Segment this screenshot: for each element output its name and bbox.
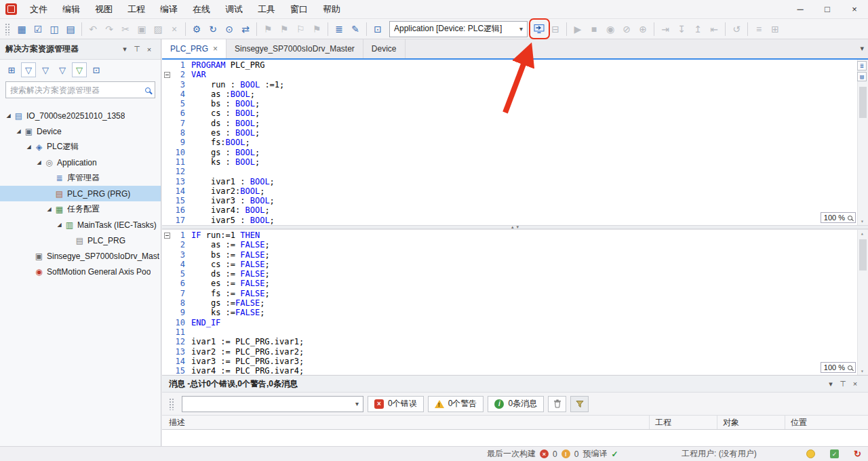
fold-marker-icon[interactable] <box>164 72 170 78</box>
find-icon[interactable]: ⊙ <box>222 21 237 37</box>
close-icon[interactable]: × <box>213 44 218 54</box>
column-project[interactable]: 工程 <box>650 416 717 429</box>
declaration-editor[interactable]: 1PROGRAM PLC_PRG2VAR3 run : BOOL :=1;4 a… <box>162 58 868 225</box>
filter-messages-button[interactable] <box>570 396 589 412</box>
zoom-indicator[interactable]: 100 % <box>821 362 856 373</box>
filter-objects-icon[interactable]: ▽ <box>38 62 53 77</box>
declaration-scrollbar[interactable] <box>857 60 868 225</box>
errors-filter-button[interactable]: × 0个错误 <box>368 396 424 412</box>
menu-item[interactable]: 工具 <box>250 0 283 18</box>
package-view-icon[interactable]: ⊡ <box>89 62 104 77</box>
messages-filter-button[interactable]: i 0条消息 <box>488 396 544 412</box>
filter-icon[interactable]: ▽ <box>21 62 36 77</box>
menu-item[interactable]: 工程 <box>120 0 153 18</box>
zoom-indicator[interactable]: 100 % <box>821 212 856 223</box>
tree-item-library-manager[interactable]: ≣库管理器 <box>0 170 161 186</box>
device-checklist-icon[interactable]: ☑ <box>31 21 46 37</box>
expand-arrow-icon[interactable]: ◢ <box>55 222 64 228</box>
edit-pen-icon[interactable]: ✎ <box>348 21 363 37</box>
pin-icon[interactable]: ⊤ <box>837 378 849 390</box>
device-application-dropdown[interactable]: Application [Device: PLC逻辑]▾ <box>389 21 528 37</box>
build-icon[interactable]: ⚙ <box>189 21 205 37</box>
monitor-icon[interactable]: ⊡ <box>370 21 386 37</box>
messages-grip-icon[interactable] <box>169 398 175 410</box>
notification-icon[interactable] <box>806 449 815 458</box>
tree-item-plc-prg[interactable]: ▤PLC_PRG (PRG) <box>0 186 161 201</box>
main-toolbar: ▦☑◫▤↶↷✂▣▨×⚙↻⊙⇄⚑⚑⚐⚑≣✎⊡Application [Device… <box>0 19 868 39</box>
column-object[interactable]: 对象 <box>717 416 785 429</box>
tree-item-application[interactable]: ◢◎Application <box>0 155 161 170</box>
rebuild-icon[interactable]: ↻ <box>205 21 221 37</box>
tree-item-softmotion-pool[interactable]: ◉SoftMotion General Axis Poo <box>0 264 161 279</box>
menu-item[interactable]: 编辑 <box>55 0 87 18</box>
tree-item-maintask[interactable]: ◢▥MainTask (IEC-Tasks) <box>0 217 161 233</box>
add-folder-icon[interactable]: ⊞ <box>4 62 19 77</box>
tree-item-label: PLC逻辑 <box>45 141 79 153</box>
close-icon[interactable]: × <box>143 43 155 56</box>
search-input[interactable] <box>10 85 145 95</box>
expand-arrow-icon[interactable]: ◢ <box>14 128 23 134</box>
pin-icon[interactable]: ⊤ <box>131 43 143 56</box>
menu-item[interactable]: 编译 <box>153 0 185 18</box>
expand-arrow-icon[interactable]: ◢ <box>35 159 43 165</box>
search-icon[interactable] <box>145 87 151 93</box>
filter-modified-icon[interactable]: ▽ <box>55 62 70 77</box>
save-icon[interactable]: ◫ <box>47 21 62 37</box>
chevron-down-icon[interactable]: ▾ <box>119 43 131 56</box>
print-icon[interactable]: ▤ <box>63 21 79 37</box>
implementation-scrollbar[interactable] <box>857 230 868 375</box>
expand-arrow-icon[interactable]: ◢ <box>4 113 13 119</box>
clear-messages-button[interactable] <box>548 396 566 412</box>
login-icon[interactable] <box>532 21 547 37</box>
chevron-down-icon[interactable]: ▾ <box>825 378 837 390</box>
menu-item[interactable]: 窗口 <box>283 0 315 18</box>
declaration-view-button[interactable]: ≣ <box>857 61 867 71</box>
line-number: 3 <box>172 80 191 89</box>
replace-icon[interactable]: ⇄ <box>238 21 254 37</box>
editor-tabbar-tabs: PLC_PRG×Sinsegye_SP7000sIoDrv_MasterDevi… <box>162 39 406 58</box>
toolbar-separator <box>747 22 748 36</box>
declaration-side-buttons: ≣ ▤ <box>857 61 867 81</box>
close-icon[interactable]: × <box>849 378 861 390</box>
documentation-view-button[interactable]: ▤ <box>857 72 867 81</box>
filter-online-icon[interactable]: ▽ <box>72 62 87 77</box>
tree-item-plc-prg-instance[interactable]: ▤PLC_PRG <box>0 233 161 248</box>
copy-icon: ▣ <box>134 21 150 37</box>
code-line: 16 ivar4: BOOL; <box>162 205 857 215</box>
menu-item[interactable]: 视图 <box>87 0 120 18</box>
column-position[interactable]: 位置 <box>785 416 868 429</box>
column-description[interactable]: 描述 <box>162 416 650 429</box>
toolbar-grip-icon[interactable] <box>5 23 11 35</box>
toolbar-separator <box>185 22 186 36</box>
line-number: 8 <box>172 128 191 138</box>
sync-status-icon[interactable]: ↻ <box>854 449 861 459</box>
fold-marker-icon[interactable] <box>164 233 170 239</box>
code-line: 10 gs : BOOL; <box>162 148 857 157</box>
tree-item-project-root[interactable]: ◢▤IO_7000se20251010_1358 <box>0 108 161 123</box>
expand-arrow-icon[interactable]: ◢ <box>24 144 33 150</box>
tab-PLC_PRG[interactable]: PLC_PRG× <box>162 39 226 58</box>
menu-item[interactable]: 在线 <box>185 0 218 18</box>
message-category-dropdown[interactable]: ▾ <box>182 396 363 412</box>
tab-Sinsegye_SP7000sIoDrv_Master[interactable]: Sinsegye_SP7000sIoDrv_Master <box>226 39 363 58</box>
menu-item[interactable]: 文件 <box>22 0 55 18</box>
tree-item-sinsegye-master[interactable]: ▣Sinsegye_SP7000sIoDrv_Mast <box>0 248 161 264</box>
code-line: 9 ks :=FALSE; <box>162 308 857 317</box>
tree-item-task-config[interactable]: ◢▦任务配置 <box>0 201 161 217</box>
warnings-filter-button[interactable]: 0个警告 <box>428 396 484 412</box>
declarations-view-icon[interactable]: ≣ <box>332 21 347 37</box>
menu-item[interactable]: 调试 <box>218 0 250 18</box>
maximize-button[interactable]: □ <box>814 0 841 18</box>
tree-item-plc-logic[interactable]: ◢◈PLC逻辑 <box>0 139 161 155</box>
minimize-button[interactable]: ─ <box>787 0 814 18</box>
menu-item[interactable]: 帮助 <box>315 0 348 18</box>
tab-overflow-icon[interactable]: ▾ <box>860 44 864 53</box>
deploy-status-icon[interactable]: ✓ <box>830 449 839 458</box>
tab-Device[interactable]: Device <box>363 39 406 58</box>
options-board-icon[interactable]: ▦ <box>14 21 30 37</box>
expand-arrow-icon[interactable]: ◢ <box>45 206 54 212</box>
implementation-editor[interactable]: 1IF run:=1 THEN2 as := FALSE;3 bs := FAL… <box>162 229 868 375</box>
close-button[interactable]: × <box>841 0 868 18</box>
line-number: 10 <box>172 148 191 157</box>
tree-item-device[interactable]: ◢▣Device <box>0 123 161 139</box>
